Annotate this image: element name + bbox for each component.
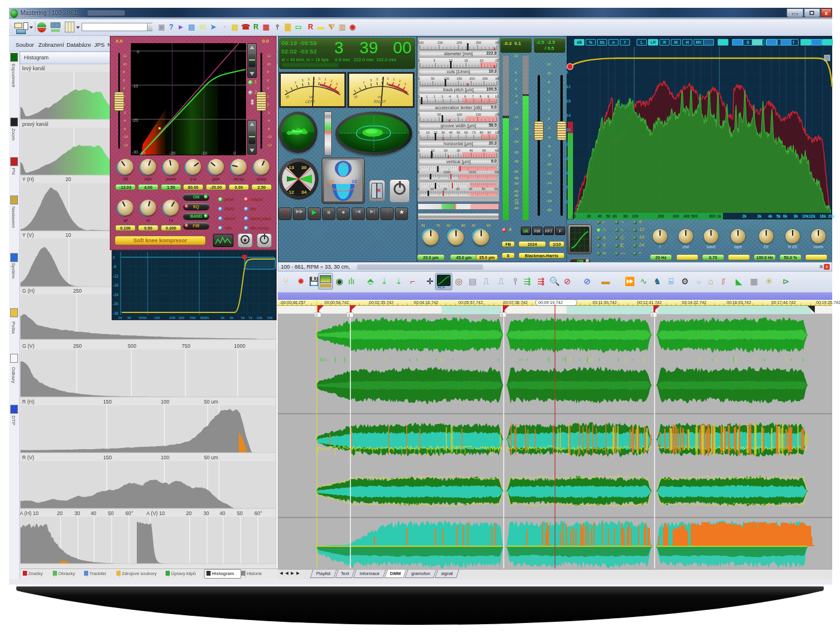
- svg-text:(): (): [501, 313, 503, 317]
- svg-text:(): (): [316, 313, 318, 317]
- svg-text:(): (): [652, 313, 654, 317]
- svg-text:(): (): [348, 313, 350, 317]
